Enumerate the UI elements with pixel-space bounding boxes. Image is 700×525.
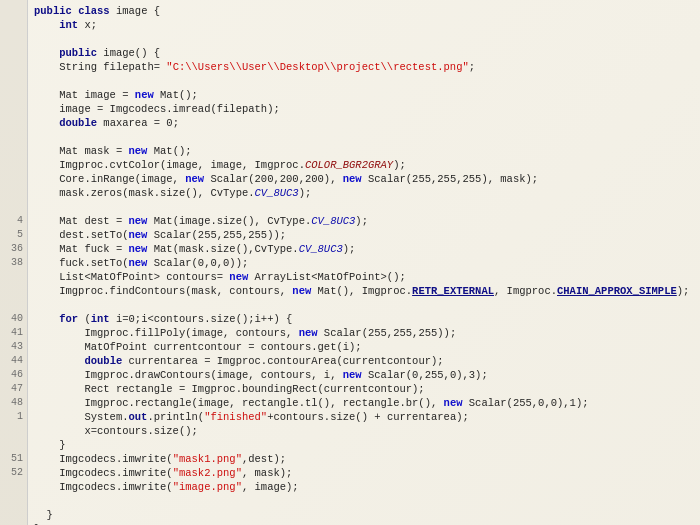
code-line: } xyxy=(34,438,694,452)
code-line: System.out.println("finished"+contours.s… xyxy=(34,410,694,424)
line-num xyxy=(0,494,23,508)
line-num: 4 xyxy=(0,214,23,228)
line-num xyxy=(0,46,23,60)
code-line: MatOfPoint currentcontour = contours.get… xyxy=(34,340,694,354)
line-num: 41 xyxy=(0,326,23,340)
code-line xyxy=(34,200,694,214)
code-line: Imgcodecs.imwrite("mask2.png", mask); xyxy=(34,466,694,480)
line-num xyxy=(0,158,23,172)
code-line: mask.zeros(mask.size(), CvType.CV_8UC3); xyxy=(34,186,694,200)
code-line: Imgcodecs.imwrite("image.png", image); xyxy=(34,480,694,494)
line-num: 40 xyxy=(0,312,23,326)
line-num xyxy=(0,186,23,200)
line-num: 5 xyxy=(0,228,23,242)
code-line: Mat mask = new Mat(); xyxy=(34,144,694,158)
line-num xyxy=(0,270,23,284)
line-num: 51 xyxy=(0,452,23,466)
line-num: 52 xyxy=(0,466,23,480)
line-num xyxy=(0,102,23,116)
line-num: 46 xyxy=(0,368,23,382)
code-line: for (int i=0;i<contours.size();i++) { xyxy=(34,312,694,326)
line-num xyxy=(0,116,23,130)
line-num xyxy=(0,438,23,452)
code-line: Mat dest = new Mat(image.size(), CvType.… xyxy=(34,214,694,228)
line-num xyxy=(0,480,23,494)
line-num xyxy=(0,74,23,88)
code-line: image = Imgcodecs.imread(filepath); xyxy=(34,102,694,116)
code-editor: 4 5 36 38 40 41 43 44 46 47 48 1 51 52 p… xyxy=(0,0,700,525)
code-line: x=contours.size(); xyxy=(34,424,694,438)
code-line: Imgproc.drawContours(image, contours, i,… xyxy=(34,368,694,382)
code-line xyxy=(34,74,694,88)
code-line: Imgproc.findContours(mask, contours, new… xyxy=(34,284,694,298)
line-num xyxy=(0,144,23,158)
code-line: fuck.setTo(new Scalar(0,0,0)); xyxy=(34,256,694,270)
line-num xyxy=(0,4,23,18)
code-line: double currentarea = Imgproc.contourArea… xyxy=(34,354,694,368)
line-num xyxy=(0,130,23,144)
code-line: Imgcodecs.imwrite("mask1.png",dest); xyxy=(34,452,694,466)
code-content: public class image { int x; public image… xyxy=(28,0,700,525)
code-line: List<MatOfPoint> contours= new ArrayList… xyxy=(34,270,694,284)
code-line: Imgproc.fillPoly(image, contours, new Sc… xyxy=(34,326,694,340)
code-line: Mat image = new Mat(); xyxy=(34,88,694,102)
code-line: dest.setTo(new Scalar(255,255,255)); xyxy=(34,228,694,242)
line-num xyxy=(0,18,23,32)
code-line: public class image { xyxy=(34,4,694,18)
code-line: public image() { xyxy=(34,46,694,60)
line-num: 1 xyxy=(0,410,23,424)
code-line: Rect rectangle = Imgproc.boundingRect(cu… xyxy=(34,382,694,396)
code-line: String filepath= "C:\\Users\\User\\Deskt… xyxy=(34,60,694,74)
line-num: 43 xyxy=(0,340,23,354)
line-num xyxy=(0,200,23,214)
code-line: Imgproc.cvtColor(image, image, Imgproc.C… xyxy=(34,158,694,172)
line-numbers: 4 5 36 38 40 41 43 44 46 47 48 1 51 52 xyxy=(0,0,28,525)
code-line: Imgproc.rectangle(image, rectangle.tl(),… xyxy=(34,396,694,410)
line-num xyxy=(0,298,23,312)
line-num: 36 xyxy=(0,242,23,256)
code-line: } xyxy=(34,508,694,522)
line-num: 48 xyxy=(0,396,23,410)
line-num xyxy=(0,88,23,102)
line-num xyxy=(0,60,23,74)
line-num: 44 xyxy=(0,354,23,368)
code-line: int x; xyxy=(34,18,694,32)
line-num xyxy=(0,32,23,46)
line-num: 38 xyxy=(0,256,23,270)
code-line xyxy=(34,32,694,46)
line-num xyxy=(0,424,23,438)
code-line xyxy=(34,298,694,312)
line-num: 47 xyxy=(0,382,23,396)
code-line: Mat fuck = new Mat(mask.size(),CvType.CV… xyxy=(34,242,694,256)
code-line xyxy=(34,494,694,508)
line-num xyxy=(0,284,23,298)
code-line: Core.inRange(image, new Scalar(200,200,2… xyxy=(34,172,694,186)
line-num xyxy=(0,508,23,522)
code-line: double maxarea = 0; xyxy=(34,116,694,130)
line-num xyxy=(0,172,23,186)
code-line xyxy=(34,130,694,144)
code-area: 4 5 36 38 40 41 43 44 46 47 48 1 51 52 p… xyxy=(0,0,700,525)
